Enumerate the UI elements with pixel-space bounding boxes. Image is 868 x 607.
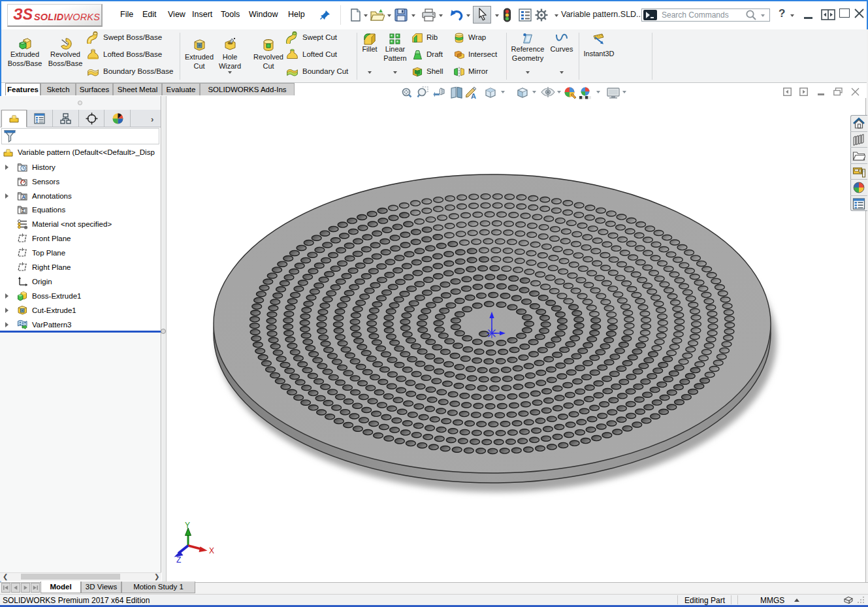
svg-text:A: A <box>22 194 25 200</box>
svg-text:Y: Y <box>185 521 190 530</box>
svg-text:Σ: Σ <box>22 208 25 214</box>
svg-text:Z: Z <box>176 555 181 565</box>
svg-text:X: X <box>209 546 214 555</box>
